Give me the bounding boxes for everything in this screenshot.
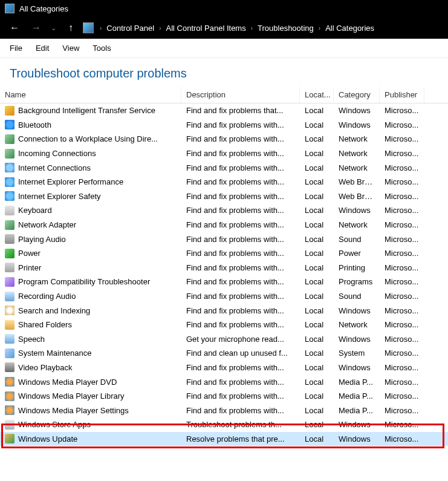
troubleshooter-icon (5, 206, 15, 215)
item-name: Windows Update (18, 434, 77, 443)
item-name: System Maintenance (18, 348, 91, 358)
item-publisher: Microso... (380, 276, 424, 287)
list-item[interactable]: Program Compatibility TroubleshooterFind… (0, 275, 448, 289)
item-location: Local (300, 219, 334, 231)
list-item[interactable]: PrinterFind and fix problems with...Loca… (0, 261, 448, 275)
item-name: Internet Connections (18, 163, 91, 172)
item-category: Network (334, 219, 380, 231)
item-location: Local (300, 162, 334, 174)
menu-edit[interactable]: Edit (30, 41, 55, 55)
item-publisher: Microso... (380, 105, 424, 116)
list-item[interactable]: BluetoothFind and fix problems with...Lo… (0, 118, 448, 133)
item-name: Printer (18, 263, 41, 272)
troubleshooter-icon (5, 348, 15, 358)
nav-forward-button[interactable]: → (27, 19, 46, 36)
item-category: Sound (334, 234, 380, 245)
item-description: Find and fix problems with... (181, 276, 300, 287)
nav-back-button[interactable]: ← (5, 19, 24, 36)
list-item[interactable]: Video PlaybackFind and fix problems with… (0, 361, 448, 375)
list-item[interactable]: Windows UpdateResolve problems that pre.… (0, 432, 448, 447)
troubleshooter-icon (5, 191, 15, 201)
item-category: Media P... (334, 390, 380, 402)
chevron-right-icon[interactable]: › (247, 25, 256, 31)
troubleshooter-icon (5, 234, 15, 244)
item-description: Find and fix problems with... (181, 205, 300, 216)
list-item[interactable]: Windows Media Player SettingsFind and fi… (0, 403, 448, 417)
list-item[interactable]: Internet Explorer PerformanceFind and fi… (0, 175, 448, 189)
chevron-right-icon[interactable]: › (315, 25, 324, 31)
item-location: Local (300, 176, 334, 188)
breadcrumb-item[interactable]: All Control Panel Items (164, 21, 247, 35)
item-description: Find and fix problems with... (181, 119, 300, 131)
item-publisher: Microso... (380, 362, 424, 373)
breadcrumb-root-icon[interactable] (83, 22, 94, 33)
item-location: Local (300, 333, 334, 345)
item-location: Local (300, 305, 334, 316)
item-location: Local (300, 234, 334, 245)
menu-tools[interactable]: Tools (86, 41, 117, 55)
breadcrumb-item[interactable]: All Categories (324, 21, 375, 35)
item-publisher: Microso... (380, 162, 424, 174)
column-header-name[interactable]: Name (0, 87, 181, 103)
list-item[interactable]: PowerFind and fix problems with...LocalP… (0, 246, 448, 261)
troubleshooter-icon (5, 177, 15, 187)
item-description: Find and fix problems that... (181, 105, 300, 116)
troubleshooter-icon (5, 377, 15, 387)
list-item[interactable]: Internet Explorer SafetyFind and fix pro… (0, 189, 448, 204)
item-location: Local (300, 105, 334, 116)
menu-file[interactable]: File (4, 41, 28, 55)
item-category: Sound (334, 290, 380, 302)
list-item[interactable]: KeyboardFind and fix problems with...Loc… (0, 203, 448, 218)
breadcrumb-item[interactable]: Troubleshooting (256, 21, 315, 35)
item-description: Find and fix problems with... (181, 262, 300, 273)
item-name: Windows Media Player Settings (18, 406, 129, 415)
item-category: Web Bro... (334, 176, 380, 188)
item-location: Local (300, 247, 334, 259)
navbar: ← → ⌄ ↑ › Control Panel › All Control Pa… (0, 17, 448, 39)
breadcrumb-item[interactable]: Control Panel (105, 21, 155, 35)
list-item[interactable]: Network AdapterFind and fix problems wit… (0, 218, 448, 232)
item-category: Windows (334, 205, 380, 216)
list-item[interactable]: Shared FoldersFind and fix problems with… (0, 318, 448, 332)
nav-up-button[interactable]: ↑ (61, 19, 80, 36)
troubleshooter-icon (5, 263, 15, 272)
item-name: Internet Explorer Safety (18, 192, 101, 201)
item-publisher: Microso... (380, 148, 424, 159)
list-item[interactable]: Incoming ConnectionsFind and fix problem… (0, 146, 448, 161)
item-publisher: Microso... (380, 376, 424, 388)
column-header-publisher[interactable]: Publisher (380, 87, 424, 103)
column-header-category[interactable]: Category (334, 87, 380, 103)
troubleshooter-icon (5, 320, 15, 330)
list-item[interactable]: System MaintenanceFind and clean up unus… (0, 346, 448, 361)
chevron-right-icon[interactable]: › (96, 25, 105, 31)
list-item[interactable]: Windows Media Player LibraryFind and fix… (0, 389, 448, 404)
item-category: System (334, 347, 380, 359)
list-item[interactable]: SpeechGet your microphone read...LocalWi… (0, 332, 448, 347)
item-category: Network (334, 148, 380, 159)
troubleshooter-icon (5, 277, 15, 287)
column-header-location[interactable]: Locat... (300, 87, 334, 103)
list-item[interactable]: Search and IndexingFind and fix problems… (0, 303, 448, 318)
menu-view[interactable]: View (56, 41, 85, 55)
troubleshooter-icon (5, 420, 15, 430)
chevron-right-icon[interactable]: › (155, 25, 164, 31)
list-item[interactable]: Playing AudioFind and fix problems with.… (0, 232, 448, 246)
item-category: Power (334, 247, 380, 259)
list-item[interactable]: Connection to a Workplace Using Dire...F… (0, 132, 448, 146)
list-item[interactable]: Internet ConnectionsFind and fix problem… (0, 160, 448, 175)
column-header-description[interactable]: Description (181, 87, 300, 103)
list-item[interactable]: Windows Media Player DVDFind and fix pro… (0, 375, 448, 389)
nav-history-dropdown[interactable]: ⌄ (48, 24, 59, 32)
item-name: Program Compatibility Troubleshooter (18, 277, 150, 286)
item-description: Get your microphone read... (181, 333, 300, 345)
list-item[interactable]: Recording AudioFind and fix problems wit… (0, 289, 448, 304)
item-name: Network Adapter (18, 220, 76, 229)
item-location: Local (300, 376, 334, 388)
item-category: Windows (334, 105, 380, 116)
list-item[interactable]: Background Intelligent Transfer ServiceF… (0, 103, 448, 118)
item-category: Printing (334, 262, 380, 273)
item-publisher: Microso... (380, 119, 424, 131)
list-item[interactable]: Windows Store AppsTroubleshoot problems … (0, 417, 448, 432)
item-name: Playing Audio (18, 235, 66, 244)
troubleshooter-icon (5, 106, 15, 116)
